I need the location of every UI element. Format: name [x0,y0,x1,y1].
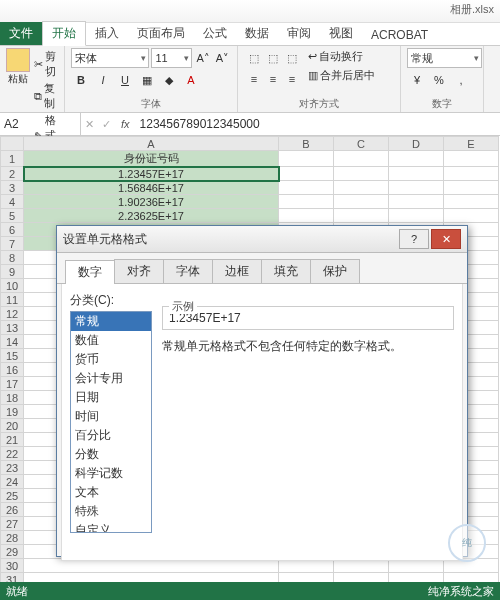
row-5[interactable]: 5 [1,209,24,223]
grow-font-button[interactable]: A˄ [194,48,211,68]
dialog-body: 分类(C): 常规 数值 货币 会计专用 日期 时间 百分比 分数 科学记数 文… [61,284,463,561]
copy-button[interactable]: ⧉复制 [32,80,61,112]
dlg-tab-protect[interactable]: 保护 [310,259,360,283]
dialog-title: 设置单元格格式 [63,231,397,248]
wrap-text-button[interactable]: ↩自动换行 [306,48,377,65]
tab-view[interactable]: 视图 [320,22,362,45]
dlg-tab-align[interactable]: 对齐 [114,259,164,283]
align-left[interactable]: ≡ [244,69,264,89]
col-E[interactable]: E [444,137,499,151]
ribbon: 粘贴 ✂剪切 ⧉复制 ✎格式刷 剪贴板 宋体 11 A˄ A˅ B I U ▦ … [0,46,500,113]
group-clipboard: 粘贴 ✂剪切 ⧉复制 ✎格式刷 剪贴板 [0,46,65,112]
cat-scientific[interactable]: 科学记数 [71,464,151,483]
app-titlebar: 相册.xlsx [0,0,500,23]
dlg-tab-border[interactable]: 边框 [212,259,262,283]
align-center[interactable]: ≡ [263,69,283,89]
align-right[interactable]: ≡ [282,69,302,89]
cat-time[interactable]: 时间 [71,407,151,426]
format-description: 常规单元格格式不包含任何特定的数字格式。 [162,338,454,355]
shrink-font-button[interactable]: A˅ [214,48,231,68]
cat-general[interactable]: 常规 [71,312,151,331]
cat-percent[interactable]: 百分比 [71,426,151,445]
cancel-formula[interactable]: ✕ [81,118,98,131]
cell-A4[interactable]: 1.90236E+17 [24,195,279,209]
group-alignment: ⬚⬚⬚ ≡≡≡ ↩自动换行 ▥合并后居中 对齐方式 [238,46,401,112]
font-group-label: 字体 [71,97,231,112]
cat-special[interactable]: 特殊 [71,502,151,521]
dialog-titlebar[interactable]: 设置单元格格式 ? ✕ [57,226,467,253]
paste-label: 粘贴 [8,72,28,86]
cat-number[interactable]: 数值 [71,331,151,350]
merge-center-button[interactable]: ▥合并后居中 [306,67,377,84]
cat-currency[interactable]: 货币 [71,350,151,369]
align-bottom[interactable]: ⬚ [282,48,302,68]
comma-button[interactable]: , [451,70,471,90]
bold-button[interactable]: B [71,70,91,90]
number-group-label: 数字 [407,97,477,112]
cell-A3[interactable]: 1.56846E+17 [24,181,279,195]
sample-label: 示例 [169,299,197,314]
underline-button[interactable]: U [115,70,135,90]
dialog-help-button[interactable]: ? [399,229,429,249]
align-middle[interactable]: ⬚ [263,48,283,68]
col-A[interactable]: A [24,137,279,151]
cell-A5[interactable]: 2.23625E+17 [24,209,279,223]
dlg-tab-fill[interactable]: 填充 [261,259,311,283]
align-group-label: 对齐方式 [244,97,394,112]
currency-button[interactable]: ¥ [407,70,427,90]
col-B[interactable]: B [279,137,334,151]
row-2[interactable]: 2 [1,167,24,181]
row-6[interactable]: 6 [1,223,24,237]
tab-insert[interactable]: 插入 [86,22,128,45]
font-color-button[interactable]: A [181,70,201,90]
font-name-combo[interactable]: 宋体 [71,48,149,68]
formula-bar: A2 ✕ ✓ fx 123456789012345000 [0,113,500,136]
status-bar: 就绪 纯净系统之家 [0,582,500,600]
tab-file[interactable]: 文件 [0,22,42,45]
category-list[interactable]: 常规 数值 货币 会计专用 日期 时间 百分比 分数 科学记数 文本 特殊 自定… [70,311,152,533]
italic-button[interactable]: I [93,70,113,90]
cut-button[interactable]: ✂剪切 [32,48,61,80]
tab-acrobat[interactable]: ACROBAT [362,25,437,45]
cat-text[interactable]: 文本 [71,483,151,502]
dialog-close-button[interactable]: ✕ [431,229,461,249]
cell-A2[interactable]: 1.23457E+17 [24,167,279,181]
align-top[interactable]: ⬚ [244,48,264,68]
dlg-tab-number[interactable]: 数字 [65,260,115,284]
col-C[interactable]: C [334,137,389,151]
row-3[interactable]: 3 [1,181,24,195]
scissors-icon: ✂ [34,58,43,70]
cat-accounting[interactable]: 会计专用 [71,369,151,388]
tab-review[interactable]: 审阅 [278,22,320,45]
status-ready: 就绪 [6,584,28,599]
tab-layout[interactable]: 页面布局 [128,22,194,45]
font-size-combo[interactable]: 11 [151,48,192,68]
formula-input[interactable]: 123456789012345000 [136,117,500,131]
fill-color-button[interactable]: ◆ [159,70,179,90]
row-1[interactable]: 1 [1,151,24,167]
name-box[interactable]: A2 [0,113,81,135]
ribbon-tabs: 文件 开始 插入 页面布局 公式 数据 审阅 视图 ACROBAT [0,23,500,46]
dlg-tab-font[interactable]: 字体 [163,259,213,283]
bucket-icon: ◆ [165,74,173,87]
doc-title: 相册.xlsx [450,3,494,15]
sample-frame: 示例 1.23457E+17 [162,306,454,330]
tab-home[interactable]: 开始 [42,21,86,46]
select-all[interactable] [1,137,24,151]
fx-icon[interactable]: fx [115,118,136,130]
merge-icon: ▥ [308,69,318,82]
row-4[interactable]: 4 [1,195,24,209]
tab-data[interactable]: 数据 [236,22,278,45]
tab-formulas[interactable]: 公式 [194,22,236,45]
cat-fraction[interactable]: 分数 [71,445,151,464]
col-D[interactable]: D [389,137,444,151]
cat-date[interactable]: 日期 [71,388,151,407]
cat-custom[interactable]: 自定义 [71,521,151,533]
category-detail: 示例 1.23457E+17 常规单元格格式不包含任何特定的数字格式。 [162,292,454,552]
border-button[interactable]: ▦ [137,70,157,90]
percent-button[interactable]: % [429,70,449,90]
enter-formula[interactable]: ✓ [98,118,115,131]
number-format-combo[interactable]: 常规 [407,48,482,68]
wrap-icon: ↩ [308,50,317,63]
cell-A1[interactable]: 身份证号码 [24,151,279,167]
